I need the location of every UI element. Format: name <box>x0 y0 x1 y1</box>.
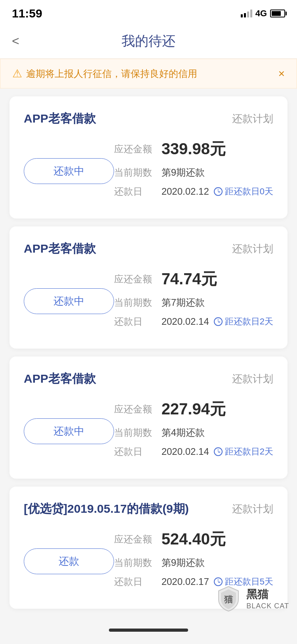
date-badge-3: 2020.02.14 距还款日2天 <box>162 446 273 458</box>
loan-title-3: APP老客借款 <box>24 371 96 387</box>
date-badge-2: 2020.02.14 距还款日2天 <box>162 316 273 328</box>
card-body-3: 应还金额 227.94元 当前期数 第4期还款 还款日 2020.02.14 距… <box>24 398 273 464</box>
amount-value-3: 227.94元 <box>162 398 226 420</box>
plan-link-2[interactable]: 还款计划 <box>232 242 273 256</box>
network-type: 4G <box>255 8 267 19</box>
notice-text: 逾期将上报人行征信，请保持良好的信用 <box>26 67 197 80</box>
days-badge-3: 距还款日2天 <box>214 446 273 458</box>
date-value-4: 2020.02.17 <box>162 576 209 587</box>
date-label-1: 还款日 <box>114 185 162 198</box>
loan-title-1: APP老客借款 <box>24 111 96 127</box>
watermark-subtitle: BLACK CAT <box>246 602 289 610</box>
date-field-1: 还款日 2020.02.12 距还款日0天 <box>114 185 273 198</box>
loan-title-2: APP老客借款 <box>24 241 96 257</box>
repay-button-1[interactable]: 还款中 <box>24 158 114 184</box>
card-header-1: APP老客借款 还款计划 <box>24 111 273 127</box>
loan-card-1: APP老客借款 还款计划 应还金额 339.98元 当前期数 第9期还款 还款日… <box>10 96 287 218</box>
amount-label-4: 应还金额 <box>114 533 162 546</box>
plan-link-1[interactable]: 还款计划 <box>232 112 273 126</box>
days-text-1: 距还款日0天 <box>225 186 273 197</box>
loan-card-3: APP老客借款 还款计划 应还金额 227.94元 当前期数 第4期还款 还款日… <box>10 356 287 479</box>
date-field-2: 还款日 2020.02.14 距还款日2天 <box>114 315 273 328</box>
period-field-2: 当前期数 第7期还款 <box>114 296 273 309</box>
period-field-4: 当前期数 第9期还款 <box>114 556 273 569</box>
period-value-4: 第9期还款 <box>162 556 205 569</box>
date-label-3: 还款日 <box>114 445 162 458</box>
period-value-2: 第7期还款 <box>162 296 205 309</box>
period-label-3: 当前期数 <box>114 426 162 439</box>
date-badge-1: 2020.02.12 距还款日0天 <box>162 186 273 197</box>
loan-list: APP老客借款 还款计划 应还金额 339.98元 当前期数 第9期还款 还款日… <box>0 88 297 617</box>
amount-field-3: 应还金额 227.94元 <box>114 398 273 420</box>
plan-link-3[interactable]: 还款计划 <box>232 372 273 386</box>
status-bar: 11:59 4G <box>0 0 297 24</box>
days-badge-2: 距还款日2天 <box>214 316 273 328</box>
fields-col-2: 应还金额 74.74元 当前期数 第7期还款 还款日 2020.02.14 距还… <box>114 268 273 334</box>
clock-icon-2 <box>214 317 223 326</box>
days-badge-1: 距还款日0天 <box>214 186 273 197</box>
loan-card-2: APP老客借款 还款计划 应还金额 74.74元 当前期数 第7期还款 还款日 … <box>10 226 287 349</box>
svg-text:猫: 猫 <box>224 594 233 604</box>
amount-value-2: 74.74元 <box>162 268 217 290</box>
card-header-4: [优选贷]2019.05.17的借款(9期) 还款计划 <box>24 501 273 517</box>
home-indicator <box>0 617 297 636</box>
date-label-4: 还款日 <box>114 575 162 588</box>
amount-label-1: 应还金额 <box>114 143 162 155</box>
period-label-1: 当前期数 <box>114 166 162 179</box>
watermark-title: 黑猫 <box>246 587 289 602</box>
amount-label-3: 应还金额 <box>114 403 162 416</box>
period-label-2: 当前期数 <box>114 296 162 309</box>
repay-button-2[interactable]: 还款中 <box>24 288 114 314</box>
date-label-2: 还款日 <box>114 315 162 328</box>
days-text-2: 距还款日2天 <box>225 316 273 328</box>
period-field-3: 当前期数 第4期还款 <box>114 426 273 439</box>
fields-col-3: 应还金额 227.94元 当前期数 第4期还款 还款日 2020.02.14 距… <box>114 398 273 464</box>
card-body-2: 应还金额 74.74元 当前期数 第7期还款 还款日 2020.02.14 距还… <box>24 268 273 334</box>
amount-field-1: 应还金额 339.98元 <box>114 138 273 160</box>
date-value-2: 2020.02.14 <box>162 316 209 327</box>
repay-button-3[interactable]: 还款中 <box>24 418 114 444</box>
period-value-1: 第9期还款 <box>162 166 205 179</box>
clock-icon-3 <box>214 447 223 456</box>
card-header-2: APP老客借款 还款计划 <box>24 241 273 257</box>
days-text-3: 距还款日2天 <box>225 446 273 458</box>
amount-value-1: 339.98元 <box>162 138 226 160</box>
blackcat-shield-icon: 猫 <box>215 585 242 612</box>
back-button[interactable]: < <box>12 34 19 48</box>
amount-value-4: 524.40元 <box>162 528 226 550</box>
card-body-1: 应还金额 339.98元 当前期数 第9期还款 还款日 2020.02.12 距… <box>24 138 273 204</box>
notice-bar: ⚠ 逾期将上报人行征信，请保持良好的信用 × <box>0 59 297 88</box>
amount-label-2: 应还金额 <box>114 273 162 286</box>
warning-icon: ⚠ <box>12 67 22 80</box>
loan-title-4: [优选贷]2019.05.17的借款(9期) <box>24 501 189 517</box>
status-time: 11:59 <box>12 7 42 20</box>
plan-link-4[interactable]: 还款计划 <box>232 502 273 516</box>
card-header-3: APP老客借款 还款计划 <box>24 371 273 387</box>
clock-icon-1 <box>214 187 223 196</box>
period-field-1: 当前期数 第9期还款 <box>114 166 273 179</box>
watermark-text: 黑猫 BLACK CAT <box>246 587 289 610</box>
date-value-3: 2020.02.14 <box>162 446 209 457</box>
repay-button-4[interactable]: 还款 <box>24 548 114 574</box>
amount-field-4: 应还金额 524.40元 <box>114 528 273 550</box>
nav-bar: < 我的待还 <box>0 24 297 59</box>
signal-icon <box>241 10 252 17</box>
fields-col-1: 应还金额 339.98元 当前期数 第9期还款 还款日 2020.02.12 距… <box>114 138 273 204</box>
notice-close-button[interactable]: × <box>278 67 285 80</box>
period-value-3: 第4期还款 <box>162 426 205 439</box>
watermark: 猫 黑猫 BLACK CAT <box>215 585 289 612</box>
home-indicator-bar <box>109 629 188 632</box>
notice-content: ⚠ 逾期将上报人行征信，请保持良好的信用 <box>12 67 197 80</box>
amount-field-2: 应还金额 74.74元 <box>114 268 273 290</box>
date-field-3: 还款日 2020.02.14 距还款日2天 <box>114 445 273 458</box>
status-icons: 4G <box>241 8 285 19</box>
page-title: 我的待还 <box>122 32 175 50</box>
period-label-4: 当前期数 <box>114 556 162 569</box>
date-value-1: 2020.02.12 <box>162 186 209 197</box>
battery-icon <box>270 10 285 17</box>
